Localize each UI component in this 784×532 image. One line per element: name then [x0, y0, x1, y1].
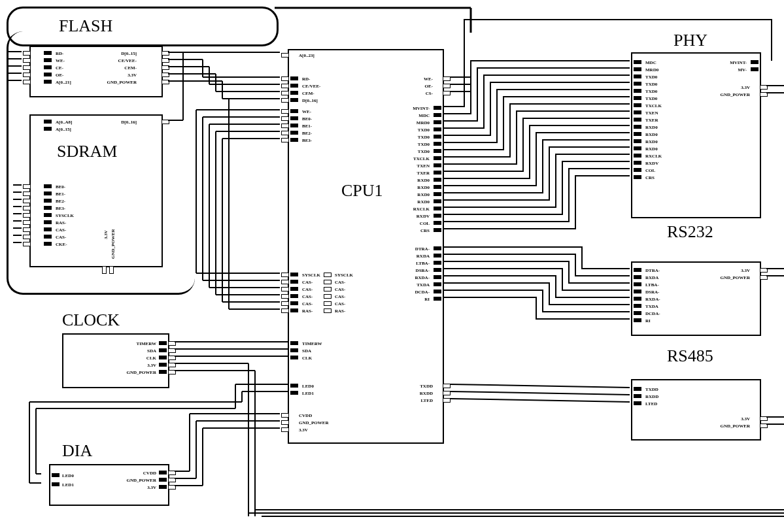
cpu-pin: CEM-	[302, 91, 315, 96]
pin-marker	[634, 125, 641, 129]
pin-marker	[443, 91, 451, 95]
pin-marker	[168, 471, 176, 475]
rs232-pin: DCDA-	[645, 311, 660, 316]
pin-marker	[159, 341, 167, 345]
pin-marker	[434, 207, 441, 210]
cpu-pin: LTBA-	[416, 261, 430, 266]
pin-marker	[634, 161, 641, 165]
phy-pin: RXDV	[645, 161, 658, 166]
pin-marker	[324, 308, 332, 313]
pin-marker	[434, 275, 441, 279]
pin-marker	[634, 67, 641, 71]
phy-pin: RXD0	[645, 139, 658, 144]
pin-marker	[281, 287, 289, 291]
pin-marker	[634, 275, 641, 279]
pin-marker	[760, 424, 768, 428]
cpu-pin: A[0..23]	[299, 53, 315, 58]
pin-marker	[634, 268, 641, 272]
cpu-pin: TXER	[417, 171, 430, 176]
phy-pin: MDC	[645, 60, 656, 65]
pin-marker	[290, 116, 298, 120]
pin-marker	[634, 139, 641, 143]
pin-marker	[634, 60, 641, 64]
pin-marker	[159, 478, 167, 482]
pin-marker	[52, 473, 60, 477]
cpu-pin: TXD0	[418, 149, 430, 154]
cpu-pin: BE3-	[302, 138, 312, 143]
pin-marker	[168, 478, 176, 482]
cpu-pin: CVDD	[299, 413, 312, 418]
rs485-pin: GND_POWER	[721, 424, 751, 429]
pin-marker	[281, 98, 289, 103]
pin-marker	[434, 221, 441, 225]
cpu-pin: CAS-	[302, 287, 313, 292]
clock-pin: SDA	[147, 348, 156, 354]
pin-marker	[281, 294, 289, 299]
cpu-pin: TXCLK	[413, 156, 430, 161]
pin-marker	[634, 103, 641, 107]
pin-marker	[290, 131, 298, 135]
clock-title: CLOCK	[62, 310, 120, 330]
pin-marker	[434, 297, 441, 301]
pin-marker	[281, 76, 289, 81]
cpu-pin: SDA	[302, 348, 311, 354]
pin-marker	[634, 89, 641, 93]
pin-marker	[290, 138, 298, 142]
pin-marker	[52, 482, 60, 486]
cpu-pin: RAS-	[335, 308, 345, 314]
pin-marker	[434, 246, 441, 250]
pin-marker	[434, 171, 441, 175]
phy-pin: TXD0	[645, 96, 657, 101]
pin-marker	[290, 273, 298, 276]
dia-pin: LED0	[62, 473, 74, 478]
pin-marker	[434, 192, 441, 196]
rs232-pin: TXDA	[645, 304, 658, 309]
pin-marker	[434, 254, 441, 258]
pin-marker	[434, 142, 441, 146]
pin-marker	[290, 308, 298, 312]
cpu-pin: RXDV	[417, 214, 430, 219]
pin-marker	[634, 96, 641, 100]
pin-marker	[434, 156, 441, 160]
cpu-pin: DSRA-	[416, 268, 430, 273]
cpu-pin: CAS-	[302, 301, 313, 307]
pin-marker	[634, 110, 641, 114]
cpu-pin: TXD0	[418, 142, 430, 147]
clock-pin: TIMERW	[137, 341, 156, 346]
rs232-pin: DSRA-	[645, 290, 659, 295]
rs232-title: RS232	[667, 222, 713, 242]
pin-marker	[434, 282, 441, 286]
phy-pin: MV-	[738, 67, 747, 73]
rs485-block: TXDD RXDD LTED 3.3V GND_POWER	[631, 379, 761, 441]
pin-marker	[760, 92, 768, 97]
cpu-pin: CAS-	[335, 287, 345, 292]
pin-marker	[324, 301, 332, 306]
pin-marker	[168, 348, 176, 353]
rs232-pin: GND_POWER	[721, 275, 751, 280]
pin-marker	[159, 348, 167, 352]
cpu-pin: GND_POWER	[299, 420, 329, 425]
pin-marker	[290, 301, 298, 305]
phy-pin: TXEN	[645, 110, 658, 116]
phy-pin: TXD0	[645, 89, 657, 94]
clock-pin: GND_POWER	[127, 370, 157, 375]
rs232-pin: RI	[645, 318, 651, 324]
cpu-pin: CAS-	[335, 280, 345, 285]
rs232-block: DTRA- RXDA LTBA- DSRA- RXDA- TXDA DCDA- …	[631, 261, 761, 336]
pin-marker	[290, 287, 298, 291]
phy-title: PHY	[673, 31, 707, 50]
cpu-pin: DTRA-	[415, 246, 430, 252]
cpu-pin: CLK	[302, 356, 312, 361]
cpu-pin: WE-	[424, 76, 433, 82]
cpu-pin: DCDA-	[415, 290, 430, 295]
pin-marker	[634, 75, 641, 78]
rs485-title: RS485	[667, 346, 713, 366]
phy-pin: CRS	[645, 175, 655, 180]
pin-marker	[751, 67, 758, 71]
bus-route	[7, 31, 195, 295]
pin-marker	[159, 363, 167, 367]
pin-marker	[634, 118, 641, 122]
clock-pin: 3.3V	[147, 363, 156, 368]
cpu-pin: RXD0	[417, 192, 430, 197]
pin-marker	[281, 301, 289, 306]
